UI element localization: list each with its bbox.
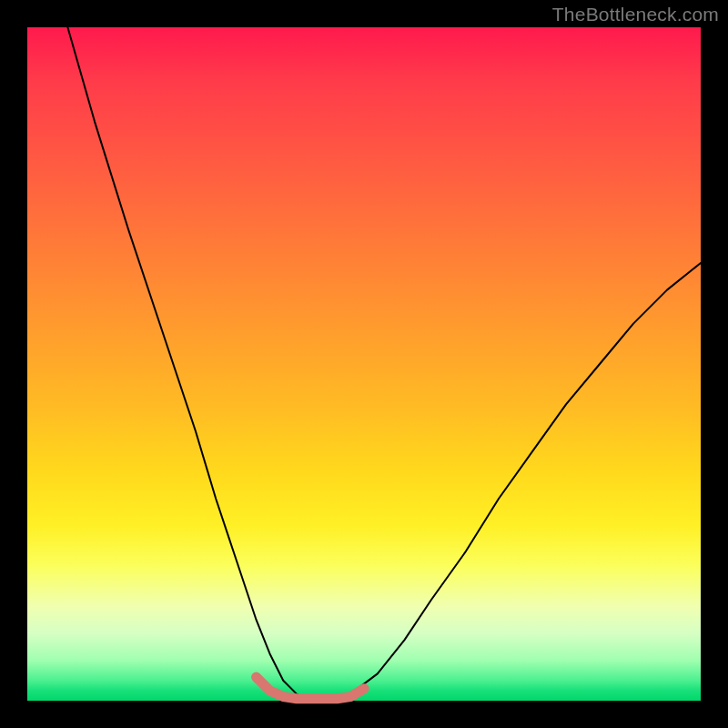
chart-frame: TheBottleneck.com xyxy=(0,0,728,728)
series-group xyxy=(67,27,701,701)
series-bottleneck-curve xyxy=(67,27,701,701)
curve-svg xyxy=(27,27,701,701)
marker-point xyxy=(252,672,261,682)
watermark-text: TheBottleneck.com xyxy=(552,4,719,25)
plot-area xyxy=(27,27,701,701)
series-bottom-marker-band xyxy=(257,677,364,699)
marker-point xyxy=(359,684,369,693)
